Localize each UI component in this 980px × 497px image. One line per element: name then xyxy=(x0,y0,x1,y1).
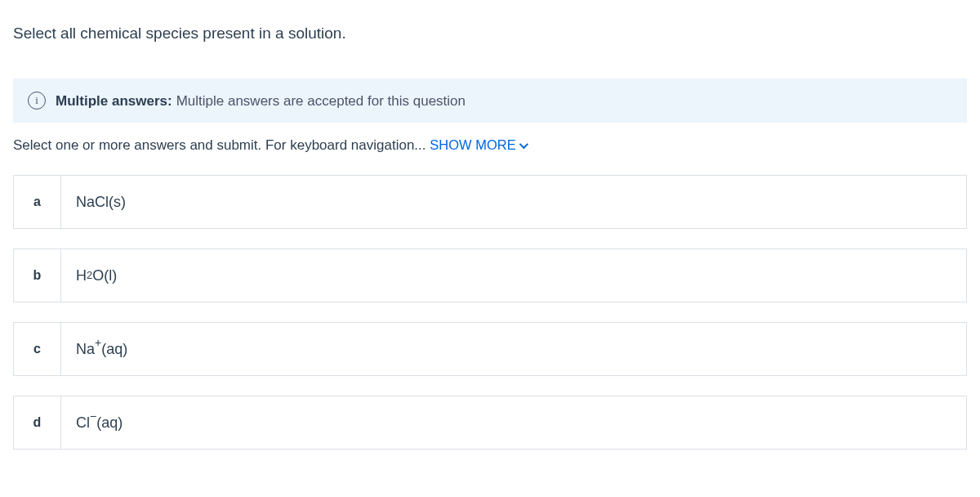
question-prompt: Select all chemical species present in a… xyxy=(13,25,967,43)
option-letter: c xyxy=(14,323,61,375)
answer-option[interactable]: c Na+(aq) xyxy=(13,322,967,376)
option-content: H2O(l) xyxy=(61,249,966,302)
option-content: Na+(aq) xyxy=(61,323,966,375)
info-content: Multiple answers: Multiple answers are a… xyxy=(56,92,466,110)
show-more-toggle[interactable]: SHOW MORE xyxy=(430,137,525,153)
info-banner: i Multiple answers: Multiple answers are… xyxy=(13,78,967,123)
show-more-label: SHOW MORE xyxy=(430,137,515,153)
info-label: Multiple answers: xyxy=(56,93,172,109)
answer-option[interactable]: a NaCl(s) xyxy=(13,175,967,229)
info-text-body: Multiple answers are accepted for this q… xyxy=(176,93,466,109)
answer-option[interactable]: b H2O(l) xyxy=(13,248,967,302)
answer-options: a NaCl(s) b H2O(l) c Na+(aq) d Cl−(aq) xyxy=(13,175,967,450)
info-icon: i xyxy=(28,92,46,110)
option-letter: b xyxy=(14,249,61,302)
answer-option[interactable]: d Cl−(aq) xyxy=(13,396,967,450)
instruction-row: Select one or more answers and submit. F… xyxy=(13,137,967,154)
option-content: NaCl(s) xyxy=(61,176,966,228)
chevron-down-icon xyxy=(519,139,528,148)
option-letter: d xyxy=(14,396,61,449)
instruction-text: Select one or more answers and submit. F… xyxy=(13,137,426,153)
option-content: Cl−(aq) xyxy=(61,396,966,449)
option-letter: a xyxy=(14,176,61,228)
